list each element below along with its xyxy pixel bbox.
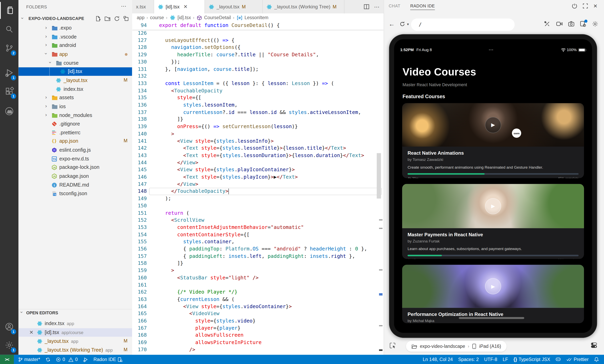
device-settings-icon[interactable] xyxy=(591,342,597,349)
device-selector[interactable]: expo-video-landscape › iPad (A16) xyxy=(406,341,506,352)
inspect-element-icon[interactable] xyxy=(390,342,396,349)
tree-item-expo-env-d-ts[interactable]: TSexpo-env.d.ts xyxy=(19,155,132,163)
breadcrumb-item[interactable]: LessonItem xyxy=(244,15,268,20)
tab--layout-tsx[interactable]: _layout.tsxM xyxy=(205,0,263,13)
tree-item-index-tsx[interactable]: index.tsx xyxy=(19,85,132,93)
tree-item--expo[interactable]: ›.expo xyxy=(19,24,132,32)
tree-item-android[interactable]: ›android xyxy=(19,41,132,49)
tree-item--vscode[interactable]: ›.vscode xyxy=(19,33,132,41)
open-editor-2[interactable]: ✕[id].tsxapp/course xyxy=(19,328,132,337)
code-line-169[interactable]: 169 allowsPictureInPicture xyxy=(132,339,383,346)
back-icon[interactable]: ← xyxy=(389,21,395,28)
code-line-140[interactable]: 140 > xyxy=(132,130,383,137)
tab--layout-tsx-working-tree-[interactable]: _layout.tsx (Working Tree)M xyxy=(263,0,344,13)
code-line-142[interactable]: 142 <Text style={styles.lessonTitle}>{le… xyxy=(132,145,383,152)
code-line-133[interactable]: 133 const LessonItem = ({ lesson }: { le… xyxy=(132,80,383,87)
expand-icon[interactable] xyxy=(582,3,588,9)
indentation[interactable]: Spaces: 2 xyxy=(456,355,482,364)
tab-x-tsx[interactable]: x.tsx xyxy=(132,0,154,13)
sync-icon[interactable] xyxy=(43,355,53,364)
breadcrumb[interactable]: app›course›[id].tsx›CourseDetail›LessonI… xyxy=(132,13,383,22)
code-line-131[interactable]: 131 }, [navigation, course.title]); xyxy=(132,66,383,73)
close-icon[interactable]: ✕ xyxy=(593,3,597,9)
git-branch-item[interactable]: master* xyxy=(15,355,43,364)
tree-item-assets[interactable]: ›assets xyxy=(19,94,132,102)
close-icon[interactable]: ✕ xyxy=(183,4,188,10)
refresh-icon[interactable] xyxy=(114,16,120,22)
code-line-129[interactable]: 129 headerTitle: course?.title || "Cours… xyxy=(132,51,383,59)
tree-item-course[interactable]: ›course xyxy=(19,59,132,67)
code-line-163[interactable]: 163 {currentLesson && ( xyxy=(132,296,383,303)
project-root-row[interactable]: › EXPO-VIDEO-LANDSCAPE xyxy=(19,14,132,23)
language-mode[interactable]: {} TypeScript JSX xyxy=(511,355,553,364)
course-card-2[interactable]: ▶Master Payments in React Nativeby Zuzan… xyxy=(402,184,584,259)
code-line-135[interactable]: 135 style={[ xyxy=(132,94,383,102)
code-line-130[interactable]: 130 }); xyxy=(132,59,383,66)
tab--id-tsx[interactable]: [id].tsx✕ xyxy=(154,0,205,13)
activitybar-item-source-control[interactable]: 2 xyxy=(0,40,19,57)
activitybar-item-search[interactable] xyxy=(0,21,19,38)
tree-item-package-lock-json[interactable]: JSpackage-lock.json xyxy=(19,163,132,172)
tree-item-app[interactable]: ›app xyxy=(19,50,132,59)
code-line-166[interactable]: 166 style={styles.video} xyxy=(132,317,383,325)
tree-item--id-tsx[interactable]: [id].tsx xyxy=(19,67,132,76)
remote-indicator[interactable]: >< xyxy=(0,355,14,364)
open-editors-header[interactable]: OPEN EDITORS xyxy=(19,309,132,315)
open-editor-3[interactable]: _layout.tsxappM xyxy=(19,337,132,345)
radon-ide-status-item[interactable]: Radon IDE xyxy=(91,355,126,364)
open-editor-4[interactable]: _layout.tsx (Working Tree)appM xyxy=(19,346,132,354)
code-line-145[interactable]: 145 <View style={styles.playIconContaine… xyxy=(132,166,383,174)
breadcrumb-item[interactable]: course xyxy=(150,15,164,20)
debug-console-icon[interactable] xyxy=(580,21,586,27)
ipad-simulator[interactable]: 1:52PM Fri Aug 8 ••• 100% Video Courses … xyxy=(389,34,597,338)
course-card-3[interactable]: ▶Performance Optimization in React Nativ… xyxy=(402,265,584,323)
activitybar-item-accounts[interactable]: 1 xyxy=(0,318,19,335)
breadcrumb-item[interactable]: CourseDetail xyxy=(204,15,231,20)
screen-record-icon[interactable] xyxy=(556,21,563,26)
code-line-154[interactable]: 154 contentContainerStyle={[ xyxy=(132,231,383,238)
sidebar-more-icon[interactable]: ⋯ xyxy=(121,3,127,9)
play-button-icon[interactable]: ▶ xyxy=(485,198,501,214)
breadcrumb-item[interactable]: app xyxy=(137,15,145,20)
tree-item-app-json[interactable]: {}app.jsonM xyxy=(19,137,132,145)
close-icon[interactable]: ✕ xyxy=(29,329,34,335)
code-line-139[interactable]: 139 onPress={() => setCurrentLesson(less… xyxy=(132,123,383,130)
encoding[interactable]: UTF-8 xyxy=(482,355,500,364)
eol[interactable]: LF xyxy=(500,355,511,364)
new-file-icon[interactable] xyxy=(95,16,101,22)
activitybar-item-github[interactable] xyxy=(0,103,19,120)
code-line-147[interactable]: 147 </View> xyxy=(132,181,383,188)
code-line-161[interactable]: 161 xyxy=(132,281,383,289)
radon-settings-icon[interactable] xyxy=(592,21,598,27)
tab-chat[interactable]: CHAT xyxy=(389,3,400,8)
code-line-146[interactable]: 146 <Text style={styles.playIcon}>▶</Tex… xyxy=(132,174,383,181)
tree-item-package-json[interactable]: JSpackage.json xyxy=(19,172,132,180)
code-line-152[interactable]: 152 <ScrollView xyxy=(132,217,383,224)
sticky-scroll-line[interactable]: 94export default function CourseDetail()… xyxy=(132,22,383,30)
code-editor[interactable]: 94export default function CourseDetail()… xyxy=(132,22,383,355)
code-line-170[interactable]: 170 /> xyxy=(132,346,383,353)
code-line-151[interactable]: 151 return ( xyxy=(132,209,383,217)
code-line-150[interactable]: 150 xyxy=(132,202,383,209)
tree-item-node-modules[interactable]: ›node_modules xyxy=(19,111,132,120)
tab-radon-ide[interactable]: RADON IDE xyxy=(410,3,435,10)
activitybar-item-extensions[interactable]: 1 xyxy=(0,83,19,100)
code-line-153[interactable]: 153 contentInsetAdjustmentBehavior="auto… xyxy=(132,224,383,231)
activitybar-item-settings-gear[interactable]: 1 xyxy=(0,337,19,354)
tree-item--gitignore[interactable]: .gitignore xyxy=(19,120,132,128)
code-line-164[interactable]: 164 <View style={styles.videoContainer}> xyxy=(132,303,383,310)
code-line-138[interactable]: 138 ]} xyxy=(132,116,383,123)
code-line-158[interactable]: 158 ]} xyxy=(132,260,383,267)
code-line-171[interactable]: 171 <Text style={styles.currentLessonTit… xyxy=(132,353,383,355)
code-line-136[interactable]: 136 styles.lessonItem, xyxy=(132,102,383,109)
collapse-all-icon[interactable] xyxy=(123,16,129,22)
notifications-bell-icon[interactable] xyxy=(591,355,602,364)
breadcrumb-item[interactable]: [id].tsx xyxy=(177,15,191,20)
code-line-143[interactable]: 143 <Text style={styles.lessonDuration}>… xyxy=(132,152,383,159)
activitybar-item-run-and-debug[interactable]: 1 xyxy=(0,64,19,81)
code-line-132[interactable]: 132 xyxy=(132,73,383,80)
code-line-162[interactable]: 162 {/* Video Player */} xyxy=(132,289,383,296)
tree-item--layout-tsx[interactable]: _layout.tsxM xyxy=(19,76,132,85)
code-line-160[interactable]: 160 <StatusBar style="light" /> xyxy=(132,274,383,281)
code-line-137[interactable]: 137 currentLesson?.id === lesson.id && s… xyxy=(132,109,383,116)
